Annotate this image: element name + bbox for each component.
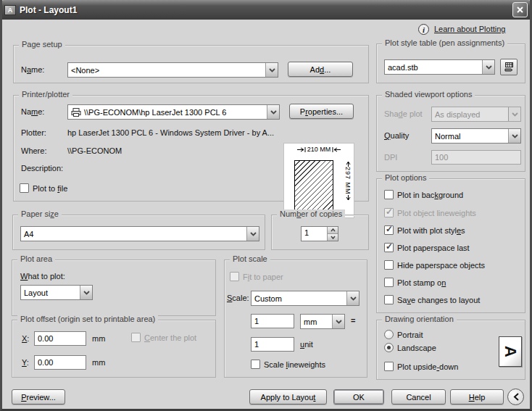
offset-y-label: Y:	[22, 358, 29, 367]
plot-style-legend: Plot style table (pen assignments)	[382, 38, 507, 47]
chevron-down-icon[interactable]	[332, 315, 344, 328]
chevron-down-icon[interactable]	[80, 286, 92, 299]
printer-name-select[interactable]: \\PG-ECONOM\hp LaserJet 1300 PCL 6	[67, 104, 280, 120]
plot-in-background-label[interactable]: Plot in background	[397, 191, 463, 199]
plot-object-lineweights-label: Plot object lineweights	[397, 209, 476, 217]
plot-style-value: acad.stb	[385, 63, 482, 72]
hide-paperspace-objects-label[interactable]: Hide paperspace objects	[397, 261, 485, 270]
offset-y-unit: mm	[92, 358, 105, 367]
dim-arrow-up-icon	[346, 161, 351, 167]
chevron-down-icon[interactable]	[482, 60, 494, 74]
spinner-up-button[interactable]	[328, 227, 338, 234]
plot-upside-down-checkbox[interactable]	[384, 362, 394, 371]
printer-name-label: Name:	[21, 107, 44, 116]
what-to-plot-value: Layout	[21, 288, 80, 297]
plot-paperspace-last-checkbox[interactable]	[384, 243, 394, 252]
hide-paperspace-objects-checkbox[interactable]	[384, 260, 394, 270]
center-plot-label: Center the plot	[144, 333, 196, 342]
close-button[interactable]	[512, 2, 528, 17]
scale-drawing-input[interactable]	[251, 337, 294, 352]
shaded-viewport-legend: Shaded viewport options	[382, 90, 475, 99]
info-icon: i	[418, 24, 429, 35]
shade-plot-value: As displayed	[432, 110, 508, 119]
plot-with-plot-styles-checkbox[interactable]	[384, 225, 394, 235]
offset-y-input[interactable]	[34, 355, 86, 370]
plot-upside-down-label[interactable]: Plot upside-down	[397, 362, 458, 371]
plot-stamp-on-label[interactable]: Plot stamp on	[397, 278, 446, 287]
less-options-button[interactable]	[507, 389, 524, 405]
add-button[interactable]: Add...	[288, 62, 353, 77]
chevron-down-icon	[331, 236, 336, 239]
plot-stamp-on-checkbox[interactable]	[384, 278, 394, 287]
offset-x-unit: mm	[92, 334, 105, 343]
preview-button[interactable]: Preview...	[12, 389, 65, 404]
save-changes-label[interactable]: Save changes to layout	[397, 296, 480, 304]
quality-label: Quality	[384, 131, 409, 140]
chevron-up-icon	[331, 228, 336, 232]
page-setup-legend: Page setup	[19, 40, 65, 49]
copies-stepper[interactable]: 1	[301, 226, 338, 241]
copies-value[interactable]: 1	[302, 227, 327, 241]
plot-dialog: A Plot - Layout1 i Learn about Plotting …	[0, 0, 532, 411]
scale-paper-input[interactable]	[251, 314, 294, 328]
chevron-down-icon[interactable]	[267, 105, 279, 119]
quality-select[interactable]: Normal	[431, 128, 521, 144]
scale-unit-label: unit	[300, 340, 313, 349]
cancel-button[interactable]: Cancel	[391, 389, 446, 404]
fit-to-paper-label: Fit to paper	[243, 273, 283, 281]
properties-button[interactable]: Properties...	[289, 104, 354, 119]
edit-plot-style-button[interactable]	[500, 59, 518, 75]
paper-size-select[interactable]: A4	[20, 226, 259, 241]
description-label: Description:	[21, 164, 63, 173]
close-icon	[516, 6, 524, 14]
plot-paperspace-last-label[interactable]: Plot paperspace last	[397, 244, 470, 252]
center-plot-checkbox	[131, 333, 141, 342]
help-button[interactable]: Help	[450, 389, 504, 404]
spinner-down-button[interactable]	[328, 234, 338, 241]
dim-arrow-right-icon	[297, 147, 306, 152]
plot-offset-legend: Plot offset (origin set to printable are…	[17, 315, 158, 323]
dim-arrow-left-icon	[332, 147, 341, 152]
scale-label: Scale:	[227, 294, 249, 302]
chevron-down-icon[interactable]	[508, 129, 520, 143]
title-bar[interactable]: A Plot - Layout1	[0, 0, 532, 20]
portrait-label[interactable]: Portrait	[397, 331, 423, 339]
portrait-radio[interactable]	[384, 330, 394, 339]
ok-button[interactable]: OK	[333, 389, 384, 404]
plot-with-plot-styles-label[interactable]: Plot with plot styles	[397, 226, 465, 235]
paper-size-value: A4	[21, 230, 246, 238]
learn-about-plotting-link[interactable]: Learn about Plotting	[434, 25, 505, 33]
shade-plot-select: As displayed	[431, 107, 521, 122]
page-setup-name-select[interactable]: <None>	[67, 62, 278, 78]
scale-lineweights-label[interactable]: Scale lineweights	[264, 360, 325, 369]
offset-x-label: X:	[22, 334, 29, 343]
chevron-down-icon[interactable]	[265, 63, 278, 77]
plot-area-legend: Plot area	[17, 254, 55, 263]
chevron-down-icon[interactable]	[346, 291, 359, 305]
printer-icon	[71, 108, 81, 117]
scale-lineweights-checkbox[interactable]	[251, 360, 260, 369]
apply-to-layout-button[interactable]: Apply to Layout	[249, 389, 327, 404]
window-title: Plot - Layout1	[20, 5, 509, 15]
orientation-legend: Drawing orientation	[382, 315, 457, 323]
landscape-orientation-icon: A	[499, 336, 522, 367]
dim-arrow-down-icon	[346, 195, 351, 201]
plot-style-select[interactable]: acad.stb	[384, 59, 495, 75]
plot-options-legend: Plot options	[382, 173, 429, 182]
paper-height-dimension: 297 MM	[344, 161, 352, 213]
save-changes-checkbox[interactable]	[384, 295, 394, 304]
scale-select[interactable]: Custom	[251, 291, 359, 306]
chevron-down-icon[interactable]	[246, 227, 259, 241]
scale-unit-select[interactable]: mm	[300, 314, 345, 329]
page-setup-name-label: Name:	[21, 65, 44, 74]
dpi-label: DPI	[384, 153, 397, 162]
plot-to-file-label[interactable]: Plot to file	[33, 184, 67, 193]
landscape-label[interactable]: Landscape	[397, 344, 436, 352]
plot-to-file-checkbox[interactable]	[20, 183, 29, 193]
plot-in-background-checkbox[interactable]	[384, 190, 394, 199]
paper-size-legend: Paper size	[18, 209, 62, 218]
app-icon: A	[4, 5, 16, 15]
offset-x-input[interactable]	[34, 331, 86, 346]
landscape-radio[interactable]	[384, 343, 394, 352]
what-to-plot-select[interactable]: Layout	[20, 285, 93, 300]
